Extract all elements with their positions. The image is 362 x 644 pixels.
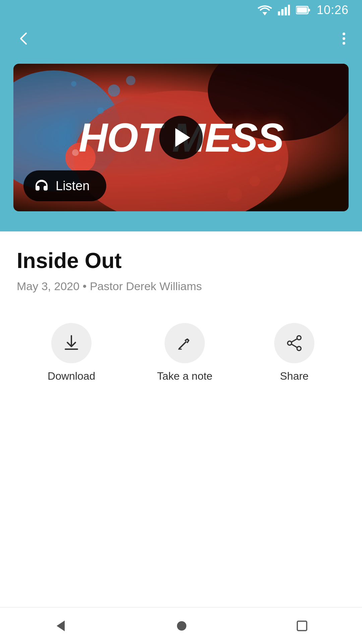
svg-point-25 (297, 346, 301, 351)
svg-point-11 (108, 85, 120, 97)
svg-marker-29 (57, 621, 65, 631)
nav-back-button[interactable] (47, 612, 74, 639)
download-icon (63, 334, 80, 352)
svg-line-27 (291, 339, 297, 342)
svg-rect-4 (288, 5, 290, 15)
svg-point-15 (249, 176, 260, 186)
sermon-pastor: Pastor Derek Williams (90, 280, 202, 292)
sermon-date: May 3, 2020 (17, 280, 79, 292)
wifi-icon (258, 5, 272, 15)
dot-1 (343, 33, 345, 35)
nav-home-icon (175, 619, 188, 633)
nav-home-button[interactable] (168, 612, 195, 639)
nav-back-icon (54, 619, 67, 633)
svg-point-14 (71, 81, 76, 87)
svg-point-30 (177, 621, 186, 631)
svg-rect-2 (281, 9, 284, 15)
battery-icon (296, 6, 311, 14)
back-arrow-icon (17, 31, 32, 46)
note-icon (176, 334, 193, 352)
note-action: Take a note (157, 323, 212, 382)
back-button[interactable] (13, 28, 35, 49)
svg-rect-3 (285, 7, 287, 15)
more-options-button[interactable] (339, 29, 349, 48)
nav-bar (0, 607, 362, 644)
download-label: Download (48, 370, 95, 382)
share-button[interactable] (274, 323, 314, 363)
meta-separator: • (83, 280, 90, 292)
hero-area: HOT MESS Listen (0, 57, 362, 231)
svg-line-22 (179, 342, 186, 348)
nav-recents-button[interactable] (289, 613, 315, 639)
play-icon (175, 128, 190, 147)
play-button[interactable] (159, 116, 203, 159)
download-action: Download (48, 323, 95, 382)
nav-recents-icon (296, 620, 308, 632)
thumbnail-background: HOT MESS Listen (13, 64, 349, 211)
svg-point-12 (97, 107, 104, 114)
svg-rect-1 (278, 11, 280, 15)
headphone-icon (34, 178, 50, 194)
signal-icon (278, 5, 290, 15)
app-bar (0, 20, 362, 57)
svg-point-24 (297, 336, 301, 340)
svg-line-28 (291, 344, 297, 347)
status-bar: 10:26 (0, 0, 362, 20)
svg-point-19 (72, 149, 79, 156)
svg-point-17 (227, 187, 242, 202)
sermon-meta: May 3, 2020 • Pastor Derek Williams (17, 280, 345, 293)
note-button[interactable] (165, 323, 205, 363)
svg-point-26 (288, 341, 292, 345)
note-label: Take a note (157, 370, 212, 382)
listen-button[interactable]: Listen (23, 170, 106, 201)
sermon-title: Inside Out (17, 248, 345, 273)
svg-rect-31 (297, 621, 307, 631)
svg-rect-6 (297, 7, 307, 13)
status-icons: 10:26 (258, 3, 349, 17)
download-button[interactable] (51, 323, 92, 363)
dot-2 (343, 37, 345, 40)
actions-row: Download Take a note (17, 316, 345, 396)
svg-point-13 (126, 76, 135, 85)
status-time: 10:26 (317, 3, 349, 17)
svg-point-16 (275, 164, 282, 171)
dot-3 (343, 42, 345, 45)
share-label: Share (280, 370, 308, 382)
share-icon (286, 334, 303, 352)
listen-label: Listen (56, 179, 89, 193)
share-action: Share (274, 323, 314, 382)
content-area: Inside Out May 3, 2020 • Pastor Derek Wi… (0, 231, 362, 409)
thumbnail-container: HOT MESS Listen (13, 64, 349, 211)
svg-marker-0 (262, 12, 267, 15)
svg-rect-7 (308, 9, 310, 11)
